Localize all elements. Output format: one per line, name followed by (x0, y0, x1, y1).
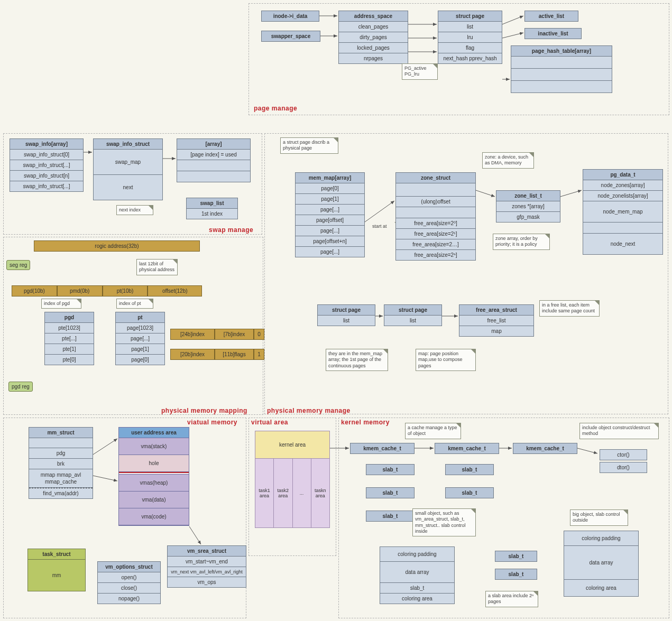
note-addr-12bit: last 12bit of physical address (136, 259, 178, 275)
bar-pte-row-present: [20b]index [11b]flags 1 (170, 349, 264, 360)
note-big-obj: big object, slab control outside (570, 509, 628, 526)
bar-address-parts: pgd(10b) pmd(0b) pt(10b) offset(12b) (12, 285, 202, 296)
box-address-space: address_space clean_pages dirty_pages lo… (338, 11, 408, 64)
box-user-address-area: user address area vma(stack) hole vmas(h… (118, 427, 189, 526)
box-swapper-space: swapper_space (261, 31, 320, 42)
box-slab-area-big: coloring padding data array coloring are… (564, 531, 639, 597)
note-struct-page: a struct page discrib a physical page (280, 137, 338, 154)
box-zone-list: zone_list_t zones *[array] gfp_mask (496, 190, 560, 223)
note-sp-mem-map: they are in the mem_map array; the 1st p… (326, 349, 388, 371)
bar-rogic-address: rogic address(32b) (34, 240, 200, 252)
box-mem-map: mem_map[array] page[0]page[1] page[...]p… (295, 172, 365, 257)
box-inactive-list: inactive_list (524, 28, 582, 39)
note-obj: include object construct/destruct method (579, 423, 659, 439)
box-slab-c2: slab_t (495, 569, 537, 580)
box-active-list: active_list (524, 11, 578, 22)
box-slab-c1: slab_t (495, 551, 537, 562)
box-swap-array: [array] [page index] = used (177, 138, 251, 182)
box-kct-3: kmem_cache_t (513, 443, 577, 454)
note-idx-pgd: index of pgd (41, 299, 81, 309)
box-page-hash-table: page_hash_table[array] (511, 45, 612, 93)
box-zone-struct: zone_struct (ulong)offset free_area[size… (395, 172, 476, 261)
note-free-list: in a free list, each item include same p… (539, 300, 600, 317)
box-pt: pt page[1023]page[...] page[1]page[0] (115, 312, 165, 365)
box-pgd: pgd pte[1023]pte[...] pte[1]pte[0] (44, 312, 94, 365)
box-dtor: dtor() (600, 462, 647, 473)
seg-pgd-reg: pgd reg (8, 382, 33, 392)
box-virtual-memory: kernel area task1 areatask2 area...taskn… (255, 431, 330, 528)
box-mm-struct: mm_struct pdg brk mmap mmap_avl mmap_cac… (29, 427, 93, 499)
seg-reg: seg reg (6, 260, 30, 270)
box-kct-1: kmem_cache_t (350, 443, 415, 454)
note-small-obj: small object, such as vm_area_struct, sl… (412, 508, 476, 536)
note-next-index: next index (116, 205, 153, 215)
box-free-area-struct: free_area_struct free_list map (459, 304, 534, 337)
box-swap-list: swap_list 1st index (186, 198, 238, 219)
box-struct-page-top: struct page list lru flag next_hash ppre… (438, 11, 502, 64)
label-kmem: kernel memory (341, 419, 390, 426)
note-slab-area: a slab area include 2ⁿ pages (485, 591, 538, 607)
note-pg-flags: PG_active PG_lru (402, 63, 438, 80)
label-page-manage: page manage (254, 105, 297, 112)
label-swap: swap manage (209, 226, 253, 234)
box-inode-idata: inode->i_data (261, 11, 319, 22)
note-start-at: start at (370, 222, 399, 231)
box-pg-data: pg_data_t node_zones[array] node_zonelis… (583, 169, 663, 255)
label-mapping: physical memory mapping (161, 407, 247, 414)
box-slab-area-small: coloring padding data array slab_t color… (380, 546, 455, 604)
box-ctor: ctor() (600, 449, 647, 460)
bar-pte-row-swap: [24b]index [7b]index 0 (170, 329, 264, 340)
box-slab-b2: slab_t (445, 487, 494, 498)
box-vm-srea-struct: vm_srea_struct vm_start~vm_end vm_next v… (167, 545, 246, 588)
label-varea: virtual area (251, 419, 288, 426)
note-zone-array: zone array, order by priority; it is a p… (493, 234, 550, 250)
note-cache: a cache manage a type of object (405, 423, 461, 439)
box-slab-a1: slab_t (366, 464, 415, 475)
box-slab-a2: slab_t (366, 487, 415, 498)
note-map: map: page position map,use to compose pa… (416, 349, 476, 371)
box-slab-b1: slab_t (445, 464, 494, 475)
box-kct-2: kmem_cache_t (435, 443, 499, 454)
box-struct-page-1: struct pagelist (317, 304, 375, 326)
label-vmem: viatual memory (187, 419, 237, 426)
box-struct-page-2: struct pagelist (384, 304, 442, 326)
box-vm-options-struct: vm_options_struct open() close() nopage(… (97, 561, 161, 604)
box-task-struct: task_struct mm (27, 549, 86, 591)
note-zone: zone: a device, such as DMA, memory (482, 152, 534, 169)
note-idx-pt: index of pt (116, 299, 153, 309)
label-phys: physical memory manage (267, 407, 351, 414)
box-slab-a3: slab_t (366, 511, 415, 522)
box-swap-info-struct: swap_info_struct swap_map next (93, 138, 163, 200)
box-swap-info-array: swap_info[array] swap_info_struct[0] swa… (10, 138, 84, 192)
